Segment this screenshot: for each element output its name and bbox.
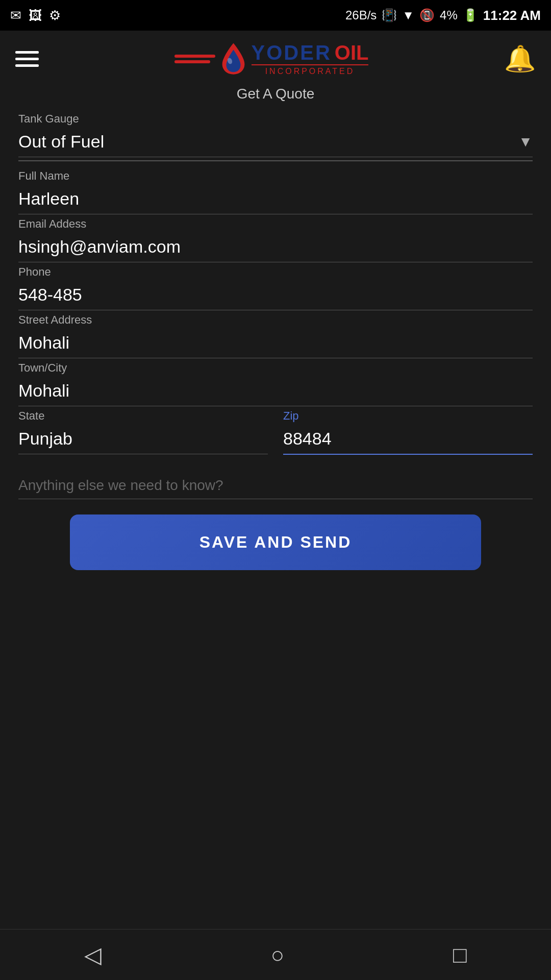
full-name-input[interactable] [18,185,533,214]
zip-field: Zip [283,409,533,455]
logo-lines [174,55,215,63]
dropdown-arrow-icon: ▼ [518,134,533,150]
state-field: State [18,409,268,455]
navigation-bar: ◁ ○ □ [0,929,551,980]
back-button[interactable]: ◁ [84,942,102,968]
network-speed: 26B/s [345,8,377,22]
street-address-field: Street Address [18,313,533,358]
zip-input[interactable] [283,425,533,455]
recent-apps-button[interactable]: □ [453,942,467,968]
logo: YODER OIL INCORPORATED [174,41,369,77]
notes-field [18,473,533,499]
town-city-input[interactable] [18,377,533,406]
signal-icon: 📵 [419,8,435,22]
oil-drop-icon [219,41,247,77]
battery-level: 4% [440,8,458,22]
logo-line-1 [174,55,215,58]
status-bar-right: 26B/s 📳 ▼ 📵 4% 🔋 11:22 AM [345,8,541,23]
email-input[interactable] [18,233,533,262]
settings-icon: ⚙ [49,8,61,23]
battery-icon: 🔋 [463,8,478,22]
state-zip-row: State Zip [18,409,533,458]
email-field: Email Addess [18,217,533,262]
tank-gauge-value: Out of Fuel [18,132,104,152]
clock: 11:22 AM [483,8,541,23]
logo-text: YODER OIL INCORPORATED [252,41,369,76]
town-city-field: Town/City [18,361,533,406]
zip-label: Zip [283,409,533,423]
tank-gauge-label: Tank Gauge [18,112,533,126]
page-title: Get A Quote [0,82,551,112]
state-label: State [18,409,268,423]
home-button[interactable]: ○ [270,942,284,968]
logo-line-2 [174,60,210,63]
save-send-button[interactable]: SAVE AND SEND [70,514,481,570]
status-bar: ✉ 🖼 ⚙ 26B/s 📳 ▼ 📵 4% 🔋 11:22 AM [0,0,551,31]
gmail-icon: ✉ [10,8,21,23]
status-bar-left: ✉ 🖼 ⚙ [10,8,61,23]
photos-icon: 🖼 [29,8,42,23]
phone-input[interactable] [18,281,533,310]
wifi-icon: ▼ [402,8,414,22]
state-input[interactable] [18,425,268,454]
header: YODER OIL INCORPORATED 🔔 [0,31,551,82]
vibrate-icon: 📳 [382,8,397,22]
notification-bell-icon[interactable]: 🔔 [504,44,536,74]
tank-gauge-field: Tank Gauge Out of Fuel ▼ [18,112,533,157]
menu-button[interactable] [15,51,39,67]
logo-graphic: YODER OIL INCORPORATED [174,41,369,77]
phone-field: Phone [18,265,533,310]
phone-label: Phone [18,265,533,279]
logo-yoder: YODER [252,42,332,63]
town-city-label: Town/City [18,361,533,375]
tank-gauge-dropdown[interactable]: Out of Fuel ▼ [18,128,533,157]
divider-1 [18,160,533,161]
street-address-label: Street Address [18,313,533,327]
logo-inc: INCORPORATED [252,64,369,76]
form-container: Tank Gauge Out of Fuel ▼ Full Name Email… [0,112,551,929]
full-name-label: Full Name [18,169,533,183]
email-label: Email Addess [18,217,533,231]
logo-oil: OIL [335,41,369,64]
full-name-field: Full Name [18,169,533,214]
notes-input[interactable] [18,473,533,499]
street-address-input[interactable] [18,329,533,358]
